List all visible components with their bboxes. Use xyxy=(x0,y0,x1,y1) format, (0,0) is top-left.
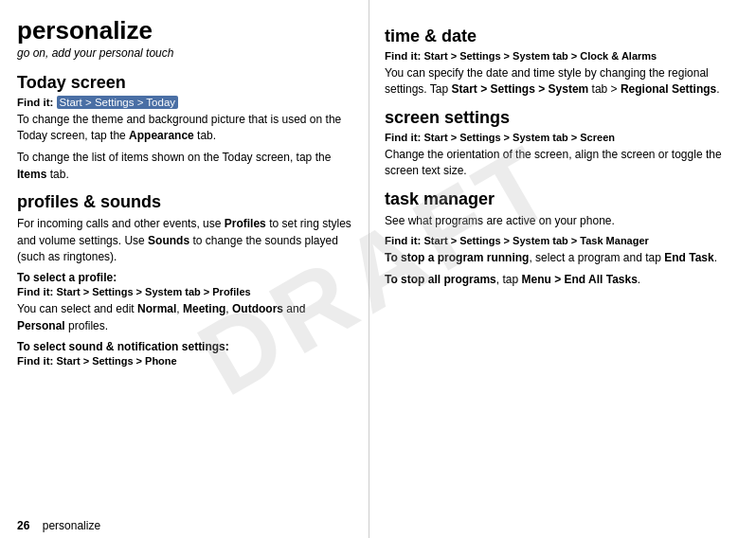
find-it-highlight: Start > Settings > Today xyxy=(57,96,179,109)
profiles-sounds-intro: For incoming calls and other events, use… xyxy=(17,216,353,265)
find-it-label-task: Find it: xyxy=(385,235,421,246)
screen-settings-heading: screen settings xyxy=(385,108,739,128)
stop-all-text: To stop all programs, tap Menu > End All… xyxy=(385,272,739,288)
section-screen-settings: screen settings Find it: Start > Setting… xyxy=(385,108,739,180)
sound-path: Start > Settings > Phone xyxy=(57,355,177,367)
screen-settings-body: Change the orientation of the screen, al… xyxy=(385,147,739,180)
task-manager-heading: task manager xyxy=(385,189,739,209)
time-date-find-it: Find it: Start > Settings > System tab >… xyxy=(385,50,739,62)
section-time-date: time & date Find it: Start > Settings > … xyxy=(385,27,739,99)
find-it-path-sound: Start > Settings > Phone xyxy=(57,355,177,367)
page-label-text: personalize xyxy=(29,519,100,532)
today-para-1: To change the theme and background pictu… xyxy=(17,112,353,145)
screen-settings-find-it: Find it: Start > Settings > System tab >… xyxy=(385,132,739,143)
task-path: Start > Settings > System tab > Task Man… xyxy=(424,235,649,246)
today-para-2: To change the list of items shown on the… xyxy=(17,150,353,183)
time-date-body: You can specify the date and time style … xyxy=(385,65,739,99)
stop-program-text: To stop a program running, select a prog… xyxy=(385,250,739,266)
stop-program-body: , select a program and tap xyxy=(529,251,664,264)
sound-find-it: Find it: Start > Settings > Phone xyxy=(17,355,353,367)
section-today-screen: Today screen Find it: Start > Settings >… xyxy=(17,73,353,184)
regional-bold: Regional Settings xyxy=(621,82,716,96)
page-container: DRAFT personalize go on, add your person… xyxy=(0,0,756,538)
time-date-heading: time & date xyxy=(385,27,739,46)
menu-end-bold: Menu > End All Tasks xyxy=(521,273,637,286)
find-it-path-task: Start > Settings > System tab > Task Man… xyxy=(424,235,649,246)
stop-program-label: To stop a program running xyxy=(385,251,529,264)
right-column: time & date Find it: Start > Settings > … xyxy=(369,0,756,538)
profiles-sounds-heading: profiles & sounds xyxy=(17,192,353,212)
stop-all-body: , tap xyxy=(496,273,522,286)
time-path: Start > Settings > System tab > Clock & … xyxy=(424,50,657,62)
find-it-path-profiles: Start > Settings > System tab > Profiles xyxy=(57,286,251,297)
page-subtitle: go on, add your personal touch xyxy=(17,46,353,60)
sound-notification-label: To select sound & notification settings: xyxy=(17,340,353,353)
find-it-label: Find it: xyxy=(17,97,53,108)
today-screen-find-it: Find it: Start > Settings > Today xyxy=(17,97,353,108)
normal-bold: Normal xyxy=(137,302,176,315)
find-it-path-time: Start > Settings > System tab > Clock & … xyxy=(424,50,657,62)
page-number-bar: 26 personalize xyxy=(0,513,369,538)
profiles-path: Start > Settings > System tab > Profiles xyxy=(57,286,251,297)
profiles-find-it: Find it: Start > Settings > System tab >… xyxy=(17,286,353,297)
find-it-label-sound: Find it: xyxy=(17,355,53,367)
left-column: personalize go on, add your personal tou… xyxy=(0,0,369,538)
find-it-label-time: Find it: xyxy=(385,50,421,62)
outdoors-bold: Outdoors xyxy=(232,302,283,315)
today-screen-heading: Today screen xyxy=(17,73,353,93)
items-bold: Items xyxy=(17,168,46,181)
screen-path: Start > Settings > System tab > Screen xyxy=(424,132,615,143)
appearance-bold: Appearance xyxy=(129,129,194,142)
page-number: 26 xyxy=(17,519,29,532)
profiles-bold: Profiles xyxy=(225,217,266,230)
sounds-bold: Sounds xyxy=(148,234,189,247)
personal-bold: Personal xyxy=(17,319,65,332)
meeting-bold: Meeting xyxy=(183,302,225,315)
profiles-body: You can select and edit Normal, Meeting,… xyxy=(17,301,353,334)
select-profile-label: To select a profile: xyxy=(17,271,353,284)
task-manager-find-it: Find it: Start > Settings > System tab >… xyxy=(385,235,739,246)
stop-all-label: To stop all programs xyxy=(385,273,496,286)
task-manager-intro: See what programs are active on your pho… xyxy=(385,213,739,229)
section-profiles-sounds: profiles & sounds For incoming calls and… xyxy=(17,192,353,367)
find-it-label-screen: Find it: xyxy=(385,132,421,143)
page-title: personalize xyxy=(17,17,353,45)
regional-settings-bold: Start > Settings > System xyxy=(452,82,589,96)
find-it-path-screen: Start > Settings > System tab > Screen xyxy=(424,132,615,143)
section-task-manager: task manager See what programs are activ… xyxy=(385,189,739,289)
find-it-label-profiles: Find it: xyxy=(17,286,53,297)
end-task-bold: End Task xyxy=(664,251,713,264)
find-it-path-today: Start > Settings > Today xyxy=(57,96,179,109)
